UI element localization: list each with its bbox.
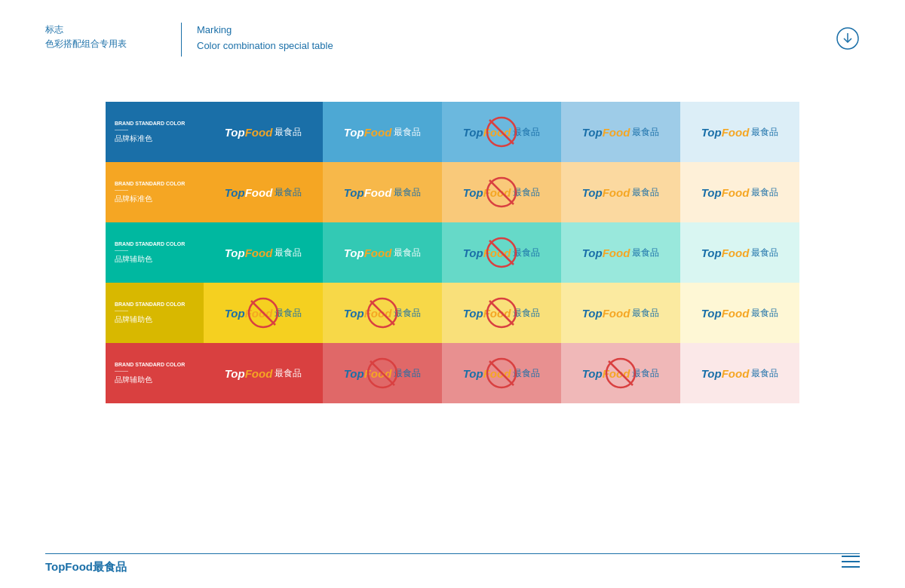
table-row: BRAND STANDARD COLOR 品牌辅助色 TopFood最食品 To… bbox=[106, 283, 799, 343]
header-chinese-subtitle: 色彩搭配组合专用表 bbox=[45, 37, 166, 51]
label-name: 品牌辅助色 bbox=[115, 254, 195, 265]
row-label-cell: BRAND STANDARD COLOR 品牌辅助色 bbox=[106, 283, 204, 343]
footer-brand: TopFood最食品 bbox=[45, 560, 142, 574]
label-divider bbox=[115, 190, 128, 191]
label-divider bbox=[115, 130, 128, 130]
label-name: 品牌标准色 bbox=[115, 133, 195, 144]
header-english-subtitle: Color combination special table bbox=[197, 38, 333, 54]
label-divider bbox=[115, 311, 128, 311]
header-chinese: 标志 色彩搭配组合专用表 bbox=[45, 23, 166, 51]
color-cell: TopFood最食品 bbox=[561, 102, 680, 162]
color-cell: TopFood最食品 bbox=[561, 283, 680, 343]
page-header: 标志 色彩搭配组合专用表 Marking Color combination s… bbox=[45, 23, 860, 57]
color-cell: TopFood最食品 bbox=[323, 162, 442, 222]
color-cell: TopFood最食品 bbox=[323, 222, 442, 283]
color-cell: TopFood最食品 bbox=[323, 283, 442, 343]
page-footer: TopFood最食品 bbox=[45, 553, 860, 574]
color-cell: TopFood最食品 bbox=[204, 102, 323, 162]
table-row: BRAND STANDARD COLOR 品牌辅助色 TopFood最食品 To… bbox=[106, 343, 799, 403]
color-cell: TopFood最食品 bbox=[442, 343, 561, 403]
row-label-cell: BRAND STANDARD COLOR 品牌标准色 bbox=[106, 162, 204, 222]
color-cell: TopFood最食品 bbox=[680, 102, 799, 162]
label-title: BRAND STANDARD COLOR bbox=[115, 120, 195, 127]
color-cell: TopFood最食品 bbox=[204, 343, 323, 403]
label-name: 品牌标准色 bbox=[115, 194, 195, 204]
download-icon[interactable] bbox=[836, 26, 860, 51]
color-cell: TopFood最食品 bbox=[680, 343, 799, 403]
color-cell: TopFood最食品 bbox=[680, 222, 799, 283]
color-cell: TopFood最食品 bbox=[680, 283, 799, 343]
color-cell: TopFood最食品 bbox=[204, 222, 323, 283]
table-row: BRAND STANDARD COLOR 品牌标准色 TopFood最食品 To… bbox=[106, 162, 799, 222]
color-cell: TopFood最食品 bbox=[442, 283, 561, 343]
row-label-cell: BRAND STANDARD COLOR 品牌辅助色 bbox=[106, 343, 204, 403]
color-cell: TopFood最食品 bbox=[323, 102, 442, 162]
label-title: BRAND STANDARD COLOR bbox=[115, 301, 195, 308]
label-divider bbox=[115, 371, 128, 372]
color-cell: TopFood最食品 bbox=[204, 283, 323, 343]
table-row: BRAND STANDARD COLOR 品牌辅助色 TopFood最食品 To… bbox=[106, 222, 799, 283]
label-name: 品牌辅助色 bbox=[115, 375, 195, 385]
color-table-container: BRAND STANDARD COLOR 品牌标准色 TopFood最食品 To… bbox=[106, 102, 799, 403]
header-english-title: Marking bbox=[197, 23, 333, 38]
color-cell: TopFood最食品 bbox=[561, 343, 680, 403]
menu-icon[interactable] bbox=[842, 555, 860, 568]
header-chinese-title: 标志 bbox=[45, 23, 166, 37]
label-name: 品牌辅助色 bbox=[115, 314, 195, 325]
color-cell: TopFood最食品 bbox=[442, 102, 561, 162]
row-label-cell: BRAND STANDARD COLOR 品牌标准色 bbox=[106, 102, 204, 162]
color-cell: TopFood最食品 bbox=[323, 343, 442, 403]
label-title: BRAND STANDARD COLOR bbox=[115, 361, 195, 368]
color-cell: TopFood最食品 bbox=[204, 162, 323, 222]
label-divider bbox=[115, 250, 128, 251]
color-cell: TopFood最食品 bbox=[680, 162, 799, 222]
row-label-cell: BRAND STANDARD COLOR 品牌辅助色 bbox=[106, 222, 204, 283]
color-cell: TopFood最食品 bbox=[442, 222, 561, 283]
table-row: BRAND STANDARD COLOR 品牌标准色 TopFood最食品 To… bbox=[106, 102, 799, 162]
header-divider bbox=[181, 23, 182, 57]
color-cell: TopFood最食品 bbox=[561, 222, 680, 283]
color-cell: TopFood最食品 bbox=[561, 162, 680, 222]
header-english: Marking Color combination special table bbox=[197, 23, 333, 54]
color-combination-table: BRAND STANDARD COLOR 品牌标准色 TopFood最食品 To… bbox=[106, 102, 799, 403]
label-title: BRAND STANDARD COLOR bbox=[115, 240, 195, 247]
color-cell: TopFood最食品 bbox=[442, 162, 561, 222]
label-title: BRAND STANDARD COLOR bbox=[115, 180, 195, 187]
